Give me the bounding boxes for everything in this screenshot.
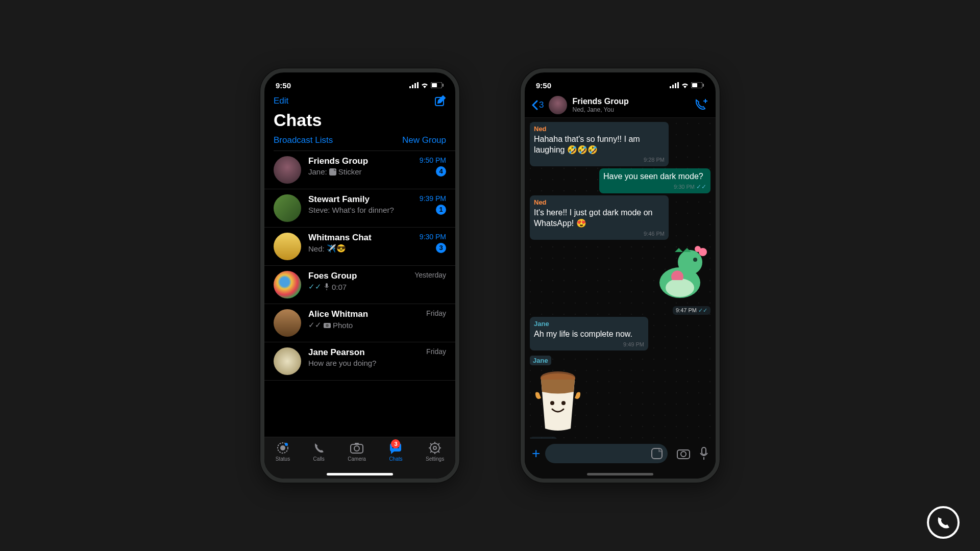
- message-out[interactable]: Have you seen dark mode? 9:30 PM✓✓: [599, 168, 710, 193]
- notch: [314, 72, 406, 86]
- svg-point-46: [550, 401, 554, 405]
- svg-point-47: [561, 401, 566, 405]
- message-in[interactable]: Ned Hahaha that's so funny!! I am laughi…: [530, 122, 669, 166]
- chat-title: Whitmans Chat: [308, 233, 412, 243]
- back-button[interactable]: 3: [532, 100, 544, 110]
- tab-calls[interactable]: Calls: [312, 441, 326, 462]
- chevron-left-icon: [532, 100, 538, 110]
- compose-icon[interactable]: [434, 95, 446, 107]
- status-icon: [276, 441, 289, 455]
- microphone-button-icon[interactable]: [699, 447, 708, 460]
- svg-line-29: [430, 451, 432, 453]
- svg-rect-2: [414, 83, 416, 88]
- wifi-icon: [421, 82, 429, 88]
- conversation-header: 3 Friends Group Ned, Jane, You: [525, 94, 716, 118]
- back-count: 3: [539, 100, 544, 110]
- unread-badge: 4: [436, 166, 446, 177]
- battery-icon: [691, 82, 704, 88]
- svg-rect-33: [675, 83, 676, 88]
- chat-time: Yesterday: [414, 271, 446, 279]
- cellular-icon: [670, 82, 679, 88]
- conversation-title: Friends Group: [572, 97, 628, 106]
- tab-settings[interactable]: Settings: [426, 441, 444, 462]
- chat-title: Stewart Family: [308, 194, 412, 205]
- svg-rect-17: [355, 443, 359, 445]
- whatsapp-logo-icon: [927, 506, 960, 539]
- edit-button[interactable]: Edit: [274, 96, 288, 106]
- conversation-subtitle: Ned, Jane, You: [572, 106, 628, 113]
- tab-label: Settings: [426, 456, 444, 462]
- svg-rect-9: [326, 283, 328, 287]
- attach-button[interactable]: +: [532, 445, 540, 462]
- message-sender: Ned: [534, 125, 665, 134]
- chat-list[interactable]: Friends Group Jane: Sticker 9:50 PM 4 St…: [264, 151, 455, 425]
- message-text: Have you seen dark mode?: [603, 172, 703, 181]
- avatar: [274, 156, 301, 184]
- message-time: 9:28 PM: [534, 156, 665, 163]
- notch: [574, 72, 666, 86]
- status-time: 9:50: [276, 81, 291, 90]
- message-in[interactable]: Jane Ah my life is complete now. 9:49 PM: [530, 317, 648, 350]
- message-in[interactable]: Ned It's here!! I just got dark mode on …: [530, 195, 669, 240]
- tab-camera[interactable]: Camera: [348, 441, 366, 462]
- chat-row-friends-group[interactable]: Friends Group Jane: Sticker 9:50 PM 4: [264, 151, 455, 189]
- chat-title: Foes Group: [308, 271, 407, 281]
- phone-chat-list: 9:50 Edit Chats Broadcast Lists New Grou…: [260, 68, 459, 483]
- avatar: [274, 194, 301, 222]
- chat-row-jane-pearson[interactable]: Jane Pearson How are you doing? Friday: [264, 342, 455, 381]
- camera-icon: [350, 441, 364, 455]
- tab-label: Chats: [389, 456, 402, 462]
- tab-status[interactable]: Status: [276, 441, 290, 462]
- camera-button-icon[interactable]: [677, 448, 690, 459]
- message-text: Ah my life is complete now.: [534, 330, 632, 338]
- home-indicator[interactable]: [587, 473, 653, 475]
- add-call-button[interactable]: [694, 98, 708, 112]
- svg-rect-31: [670, 86, 671, 88]
- gear-icon: [428, 441, 442, 455]
- svg-rect-36: [692, 83, 697, 87]
- svg-line-27: [430, 443, 432, 445]
- chat-time: 9:30 PM: [420, 233, 446, 241]
- chat-row-alice-whitman[interactable]: Alice Whitman ✓✓ Photo Friday: [264, 304, 455, 342]
- dino-sticker-icon: [649, 242, 710, 303]
- conversation-title-block[interactable]: Friends Group Ned, Jane, You: [572, 97, 628, 113]
- message-in-sticker[interactable]: Jane 9:50 PM: [530, 353, 710, 444]
- phone-conversation: 9:50 3 Friends Group Ned, Jane, You Ned …: [521, 68, 720, 483]
- chat-row-foes-group[interactable]: Foes Group ✓✓ 0:07 Yesterday: [264, 266, 455, 304]
- wifi-icon: [681, 82, 689, 88]
- svg-point-41: [693, 258, 697, 262]
- chat-title: Friends Group: [308, 156, 412, 166]
- sticker-picker-icon[interactable]: [651, 448, 663, 459]
- conversation-body[interactable]: Ned Hahaha that's so funny!! I am laughi…: [525, 118, 716, 444]
- message-time: 9:49 PM: [534, 341, 644, 348]
- chat-row-whitmans-chat[interactable]: Whitmans Chat Ned: ✈️😎 9:30 PM 3: [264, 228, 455, 266]
- svg-rect-0: [409, 86, 411, 88]
- svg-line-28: [438, 451, 439, 453]
- tab-label: Status: [276, 456, 290, 462]
- new-group-button[interactable]: New Group: [402, 135, 446, 145]
- broadcast-lists-button[interactable]: Broadcast Lists: [274, 135, 333, 145]
- sticker-icon: [329, 168, 336, 176]
- status-time: 9:50: [536, 81, 551, 90]
- message-sender: Ned: [534, 198, 665, 207]
- message-time: 9:30 PM✓✓: [603, 183, 706, 191]
- chat-subtitle: Ned: ✈️😎: [308, 244, 412, 253]
- home-indicator[interactable]: [327, 473, 393, 475]
- chat-time: 9:50 PM: [420, 156, 446, 164]
- coffee-sticker-icon: [530, 367, 586, 434]
- svg-point-22: [433, 446, 436, 449]
- tab-label: Calls: [313, 456, 325, 462]
- chat-row-stewart-family[interactable]: Stewart Family Steve: What's for dinner?…: [264, 189, 455, 228]
- chat-subtitle: How are you doing?: [308, 359, 419, 367]
- chat-subtitle: ✓✓ Photo: [308, 320, 419, 330]
- svg-point-40: [678, 250, 702, 274]
- message-input[interactable]: [545, 444, 668, 463]
- svg-rect-34: [677, 82, 679, 88]
- chat-title: Alice Whitman: [308, 309, 419, 319]
- avatar[interactable]: [549, 96, 567, 114]
- chat-title: Jane Pearson: [308, 347, 419, 358]
- phone-icon: [312, 441, 326, 455]
- message-out-sticker[interactable]: 9:47 PM ✓✓: [644, 242, 710, 315]
- tab-chats[interactable]: 3 Chats: [388, 441, 403, 462]
- read-ticks-icon: ✓✓: [698, 307, 707, 313]
